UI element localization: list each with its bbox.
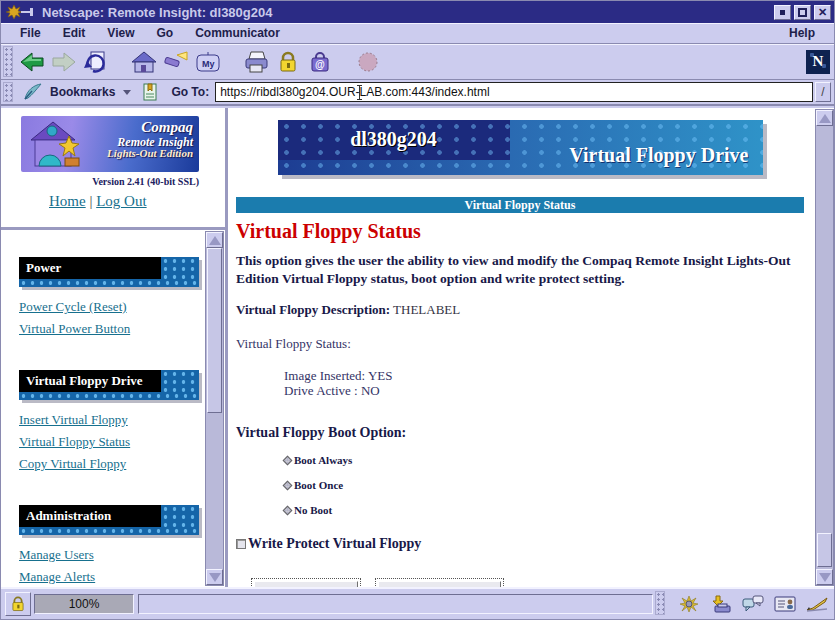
maximize-icon bbox=[798, 8, 807, 17]
svg-text:My: My bbox=[202, 59, 215, 69]
bookmarks-dropdown-icon[interactable] bbox=[123, 90, 131, 95]
submit-button-focus: Submit Changes bbox=[251, 578, 361, 587]
radio-icon[interactable] bbox=[283, 480, 293, 490]
sidebar-item-virtual-floppy-status[interactable]: Virtual Floppy Status bbox=[19, 435, 205, 449]
section-title-bar: Virtual Floppy Status bbox=[236, 197, 804, 213]
location-grip[interactable] bbox=[3, 82, 13, 102]
menu-go[interactable]: Go bbox=[145, 24, 184, 42]
home-link[interactable]: Home bbox=[49, 193, 86, 209]
write-protect-option[interactable]: Write Protect Virtual Floppy bbox=[236, 536, 804, 552]
intro-paragraph: This option gives the user the ability t… bbox=[236, 252, 808, 288]
address-book-button[interactable] bbox=[772, 592, 798, 616]
sidebar-item-insert-virtual-floppy[interactable]: Insert Virtual Floppy bbox=[19, 413, 205, 427]
link-separator: | bbox=[89, 193, 92, 209]
menu-communicator[interactable]: Communicator bbox=[184, 24, 291, 42]
print-button[interactable] bbox=[240, 47, 272, 77]
sidebar-item-manage-alerts[interactable]: Manage Alerts bbox=[19, 570, 205, 584]
sidebar-nav-frame: Power Power Cycle (Reset) Virtual Power … bbox=[1, 230, 225, 587]
menu-help[interactable]: Help bbox=[778, 24, 826, 42]
boot-once-option[interactable]: Boot Once bbox=[284, 479, 804, 491]
text-cursor bbox=[356, 85, 363, 100]
padlock-icon bbox=[10, 596, 26, 612]
progress-indicator: 100% bbox=[34, 594, 134, 614]
composer-button[interactable] bbox=[804, 592, 830, 616]
bookmarks-label[interactable]: Bookmarks bbox=[50, 85, 115, 99]
nav-section-power: Power bbox=[19, 257, 199, 287]
status-bar: 100% bbox=[1, 587, 834, 619]
write-protect-checkbox[interactable] bbox=[236, 539, 246, 549]
nav-section-virtual-floppy-title: Virtual Floppy Drive bbox=[19, 370, 161, 392]
boot-always-option[interactable]: Boot Always bbox=[284, 454, 804, 466]
banner-server-name: dl380g204 bbox=[278, 128, 510, 151]
inbox-button[interactable] bbox=[708, 592, 734, 616]
scroll-down-arrow[interactable] bbox=[206, 569, 223, 585]
close-button[interactable]: ✕ bbox=[814, 5, 831, 20]
goto-label: Go To: bbox=[171, 85, 209, 99]
no-boot-option[interactable]: No Boot bbox=[284, 504, 804, 516]
scroll-up-arrow[interactable] bbox=[816, 110, 833, 126]
my-netscape-button[interactable]: My bbox=[192, 47, 224, 77]
nav-header-accent bbox=[161, 505, 199, 527]
security-status-button[interactable] bbox=[5, 592, 31, 616]
discussions-button[interactable] bbox=[740, 592, 766, 616]
image-inserted-status: Image Inserted: YES bbox=[284, 368, 804, 383]
address-book-icon bbox=[774, 595, 796, 613]
security-lock-icon bbox=[277, 51, 299, 73]
back-icon bbox=[19, 51, 45, 73]
nav-header-strip bbox=[19, 527, 199, 535]
home-button[interactable] bbox=[128, 47, 160, 77]
home-icon bbox=[131, 51, 157, 73]
back-button[interactable] bbox=[16, 47, 48, 77]
netscape-logo[interactable]: N bbox=[806, 50, 830, 74]
sidebar-nav-list: Power Power Cycle (Reset) Virtual Power … bbox=[1, 230, 205, 587]
boot-option-label: Virtual Floppy Boot Option: bbox=[236, 425, 804, 441]
url-input[interactable]: https://ribdl380g204.OUR-LAB.com:443/ind… bbox=[215, 82, 813, 102]
toolbar-grip[interactable] bbox=[3, 46, 13, 77]
shop-icon: @ bbox=[308, 51, 332, 73]
boot-always-label: Boot Always bbox=[294, 454, 352, 466]
sidebar-scrollbar[interactable] bbox=[205, 231, 224, 586]
menu-edit[interactable]: Edit bbox=[52, 24, 97, 42]
composer-pen-icon bbox=[805, 596, 829, 612]
sidebar-frame: Compaq Remote Insight Lights-Out Edition… bbox=[1, 108, 228, 587]
netscape-window: Netscape: Remote Insight: dl380g204 ✕ Fi… bbox=[0, 0, 835, 620]
radio-icon[interactable] bbox=[283, 455, 293, 465]
sidebar-item-power-cycle[interactable]: Power Cycle (Reset) bbox=[19, 300, 205, 314]
window-menu-icon[interactable] bbox=[6, 4, 36, 20]
main-scrollbar[interactable] bbox=[815, 109, 834, 586]
nav-header-accent bbox=[161, 257, 199, 279]
search-button[interactable] bbox=[160, 47, 192, 77]
minimize-button[interactable] bbox=[774, 5, 791, 20]
page-location-icon[interactable] bbox=[141, 82, 159, 102]
scroll-thumb[interactable] bbox=[817, 533, 832, 567]
menu-file[interactable]: File bbox=[9, 24, 52, 42]
stop-button[interactable] bbox=[352, 47, 384, 77]
sidebar-item-copy-virtual-floppy[interactable]: Copy Virtual Floppy bbox=[19, 457, 205, 471]
scroll-track[interactable] bbox=[206, 248, 223, 569]
scroll-down-arrow[interactable] bbox=[816, 569, 833, 585]
location-bar: Bookmarks Go To: https://ribdl380g204.OU… bbox=[1, 80, 834, 106]
logo-wordmark: Compaq Remote Insight Lights-Out Edition bbox=[93, 116, 199, 172]
security-button[interactable] bbox=[272, 47, 304, 77]
forward-button[interactable] bbox=[48, 47, 80, 77]
scroll-track[interactable] bbox=[816, 126, 833, 569]
navigator-wheel-icon bbox=[679, 595, 699, 613]
logout-link[interactable]: Log Out bbox=[96, 193, 146, 209]
logo-edition: Lights-Out Edition bbox=[93, 148, 193, 160]
no-boot-label: No Boot bbox=[294, 504, 332, 516]
location-history-button[interactable]: / bbox=[815, 82, 831, 102]
sidebar-item-manage-users[interactable]: Manage Users bbox=[19, 548, 205, 562]
radio-icon[interactable] bbox=[283, 505, 293, 515]
component-bar-grip[interactable] bbox=[655, 591, 665, 615]
page-heading: Virtual Floppy Status bbox=[236, 220, 804, 243]
maximize-button[interactable] bbox=[794, 5, 811, 20]
scroll-up-arrow[interactable] bbox=[206, 232, 223, 248]
shop-button[interactable]: @ bbox=[304, 47, 336, 77]
floppy-status-values: Image Inserted: YES Drive Active : NO bbox=[284, 368, 804, 398]
menu-view[interactable]: View bbox=[96, 24, 145, 42]
scroll-thumb[interactable] bbox=[207, 248, 222, 413]
sidebar-item-virtual-power-button[interactable]: Virtual Power Button bbox=[19, 322, 205, 336]
forward-icon bbox=[51, 51, 77, 73]
reload-button[interactable] bbox=[80, 47, 112, 77]
navigator-button[interactable] bbox=[676, 592, 702, 616]
